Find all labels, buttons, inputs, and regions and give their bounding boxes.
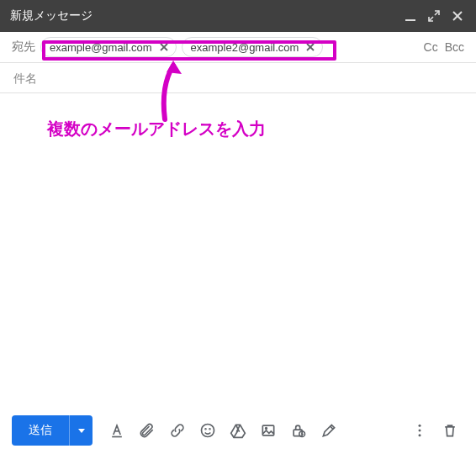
insert-drive-button[interactable] bbox=[224, 416, 252, 445]
svg-point-25 bbox=[419, 430, 421, 432]
minimize-button[interactable] bbox=[402, 8, 419, 24]
insert-photo-button[interactable] bbox=[254, 416, 283, 445]
send-button-group: 送信 bbox=[12, 415, 93, 446]
compose-toolbar: 送信 bbox=[0, 407, 476, 454]
attach-button[interactable] bbox=[133, 416, 161, 445]
svg-point-26 bbox=[419, 434, 421, 436]
svg-point-21 bbox=[266, 428, 267, 430]
subject-input[interactable] bbox=[12, 71, 464, 86]
more-vert-icon bbox=[411, 422, 428, 439]
recipient-email: example@gmail.com bbox=[50, 41, 152, 54]
paperclip-icon bbox=[139, 422, 156, 439]
text-format-icon bbox=[108, 422, 125, 439]
recipient-chip[interactable]: example2@gmail.com bbox=[182, 37, 324, 57]
compose-header: 新規メッセージ bbox=[0, 0, 476, 32]
send-options-button[interactable] bbox=[69, 415, 93, 446]
confidential-mode-button[interactable] bbox=[284, 416, 313, 445]
fullscreen-button[interactable] bbox=[426, 8, 442, 24]
svg-point-24 bbox=[419, 425, 421, 427]
formatting-button[interactable] bbox=[103, 416, 131, 445]
svg-point-13 bbox=[202, 425, 214, 437]
cc-bcc-links: Cc Bcc bbox=[424, 40, 464, 54]
svg-rect-20 bbox=[262, 425, 273, 436]
remove-chip-button[interactable] bbox=[304, 40, 317, 54]
image-icon bbox=[260, 422, 277, 439]
recipient-chip[interactable]: example@gmail.com bbox=[40, 37, 177, 57]
svg-line-19 bbox=[234, 430, 238, 437]
insert-signature-button[interactable] bbox=[315, 416, 343, 445]
message-body[interactable] bbox=[0, 93, 476, 407]
link-icon bbox=[169, 422, 186, 439]
x-icon bbox=[157, 40, 171, 54]
drive-icon bbox=[230, 422, 246, 439]
svg-marker-10 bbox=[78, 429, 85, 433]
x-icon bbox=[304, 40, 317, 54]
discard-draft-button[interactable] bbox=[436, 416, 464, 445]
bcc-link[interactable]: Bcc bbox=[445, 40, 464, 54]
minimize-icon bbox=[405, 10, 416, 22]
svg-point-14 bbox=[205, 429, 206, 430]
caret-down-icon bbox=[77, 426, 86, 435]
cc-link[interactable]: Cc bbox=[424, 40, 438, 54]
lock-clock-icon bbox=[290, 422, 307, 439]
pen-icon bbox=[320, 422, 337, 439]
to-label: 宛先 bbox=[12, 40, 40, 55]
subject-row[interactable] bbox=[0, 63, 476, 93]
recipient-chips: example@gmail.com example2@gmail.com bbox=[40, 37, 323, 57]
close-icon bbox=[452, 10, 463, 22]
trash-icon bbox=[442, 422, 458, 439]
remove-chip-button[interactable] bbox=[157, 40, 171, 54]
more-options-button[interactable] bbox=[405, 416, 434, 445]
emoji-icon bbox=[199, 422, 216, 439]
send-button[interactable]: 送信 bbox=[12, 415, 69, 446]
expand-icon bbox=[428, 10, 440, 22]
recipient-email: example2@gmail.com bbox=[191, 41, 299, 54]
svg-point-15 bbox=[209, 429, 210, 430]
close-button[interactable] bbox=[449, 8, 466, 24]
recipients-row[interactable]: 宛先 example@gmail.com example2@gmail.com … bbox=[0, 32, 476, 63]
window-title: 新規メッセージ bbox=[10, 8, 395, 24]
insert-link-button[interactable] bbox=[163, 416, 192, 445]
insert-emoji-button[interactable] bbox=[193, 416, 222, 445]
